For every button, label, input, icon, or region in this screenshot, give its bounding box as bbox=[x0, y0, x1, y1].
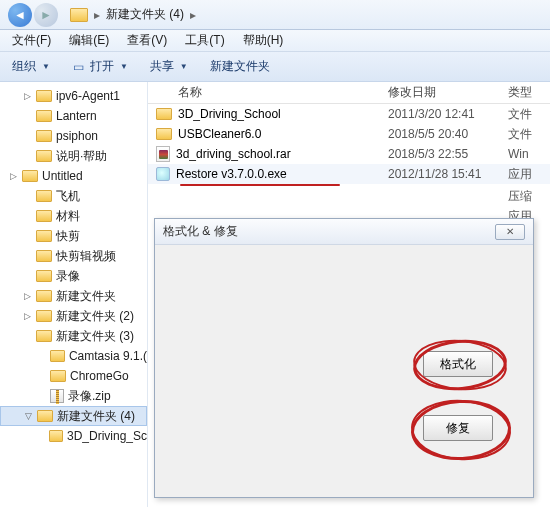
folder-icon bbox=[36, 110, 52, 122]
folder-icon bbox=[36, 190, 52, 202]
col-type[interactable]: 类型 bbox=[508, 84, 550, 101]
tree-item[interactable]: Camtasia 9.1.( bbox=[0, 346, 147, 366]
dialog-titlebar[interactable]: 格式化 & 修复 ✕ bbox=[155, 219, 533, 245]
folder-icon bbox=[37, 410, 53, 422]
rar-icon bbox=[156, 146, 170, 162]
exe-icon bbox=[156, 167, 170, 181]
tree-item[interactable]: 说明·帮助 bbox=[0, 146, 147, 166]
file-row: 压缩 bbox=[148, 186, 550, 206]
tree-item[interactable]: ▷ipv6-Agent1 bbox=[0, 86, 147, 106]
menu-file[interactable]: 文件(F) bbox=[4, 30, 59, 51]
file-row[interactable]: 3D_Driving_School2011/3/20 12:41文件 bbox=[148, 104, 550, 124]
tree-item[interactable]: psiphon bbox=[0, 126, 147, 146]
folder-icon bbox=[36, 330, 52, 342]
tree-item-label: psiphon bbox=[56, 129, 98, 143]
list-header[interactable]: 名称 修改日期 类型 bbox=[148, 82, 550, 104]
file-type: 文件 bbox=[508, 106, 550, 123]
col-date[interactable]: 修改日期 bbox=[388, 84, 508, 101]
folder-tree[interactable]: ▷ipv6-Agent1Lanternpsiphon说明·帮助▷Untitled… bbox=[0, 82, 148, 507]
tree-item[interactable]: ▽新建文件夹 (4) bbox=[0, 406, 147, 426]
folder-icon bbox=[36, 90, 52, 102]
toolbar-newfolder[interactable]: 新建文件夹 bbox=[206, 56, 274, 77]
breadcrumb-folder[interactable]: 新建文件夹 (4) bbox=[106, 6, 184, 23]
expand-icon[interactable]: ▷ bbox=[22, 291, 32, 301]
folder-icon bbox=[36, 250, 52, 262]
toolbar-open[interactable]: ▭ 打开▼ bbox=[68, 56, 132, 77]
expand-icon[interactable]: ▷ bbox=[22, 91, 32, 101]
dialog-close-button[interactable]: ✕ bbox=[495, 224, 525, 240]
folder-icon bbox=[70, 8, 88, 22]
file-date: 2018/5/3 22:55 bbox=[388, 147, 508, 161]
tree-item[interactable]: 新建文件夹 (3) bbox=[0, 326, 147, 346]
tree-item-label: 飞机 bbox=[56, 188, 80, 205]
toolbar-share[interactable]: 共享▼ bbox=[146, 56, 192, 77]
tree-item[interactable]: ▷新建文件夹 bbox=[0, 286, 147, 306]
tree-item[interactable]: 飞机 bbox=[0, 186, 147, 206]
tree-item[interactable]: Lantern bbox=[0, 106, 147, 126]
file-name: 3d_driving_school.rar bbox=[176, 147, 291, 161]
address-bar: ◄ ► ▸ 新建文件夹 (4) ▸ bbox=[0, 0, 550, 30]
tree-item[interactable]: ▷新建文件夹 (2) bbox=[0, 306, 147, 326]
annotation-circle bbox=[409, 397, 513, 464]
expand-icon[interactable]: ▷ bbox=[22, 311, 32, 321]
dialog-title: 格式化 & 修复 bbox=[163, 223, 238, 240]
tree-item-label: 说明·帮助 bbox=[56, 148, 107, 165]
file-type: 文件 bbox=[508, 126, 550, 143]
folder-icon bbox=[36, 310, 52, 322]
tree-item-label: Lantern bbox=[56, 109, 97, 123]
tree-item[interactable]: 材料 bbox=[0, 206, 147, 226]
tree-item-label: 新建文件夹 (2) bbox=[56, 308, 134, 325]
chevron-down-icon: ▼ bbox=[180, 62, 188, 71]
file-row[interactable]: Restore v3.7.0.0.exe2012/11/28 15:41应用 bbox=[148, 164, 550, 184]
menu-help[interactable]: 帮助(H) bbox=[235, 30, 292, 51]
nav-forward-button[interactable]: ► bbox=[34, 3, 58, 27]
file-name: Restore v3.7.0.0.exe bbox=[176, 167, 287, 181]
menu-tools[interactable]: 工具(T) bbox=[177, 30, 232, 51]
tree-item-label: Camtasia 9.1.( bbox=[69, 349, 147, 363]
tree-item-label: 快剪辑视频 bbox=[56, 248, 116, 265]
file-name: USBCleaner6.0 bbox=[178, 127, 261, 141]
tree-item-label: 材料 bbox=[56, 208, 80, 225]
file-row[interactable]: 3d_driving_school.rar2018/5/3 22:55Win bbox=[148, 144, 550, 164]
tree-item[interactable]: 录像 bbox=[0, 266, 147, 286]
menu-bar: 文件(F) 编辑(E) 查看(V) 工具(T) 帮助(H) bbox=[0, 30, 550, 52]
file-type: 压缩 bbox=[508, 188, 550, 205]
tree-item-label: 新建文件夹 (3) bbox=[56, 328, 134, 345]
col-name[interactable]: 名称 bbox=[148, 84, 388, 101]
menu-edit[interactable]: 编辑(E) bbox=[61, 30, 117, 51]
file-date: 2018/5/5 20:40 bbox=[388, 127, 508, 141]
tree-item[interactable]: ChromeGo bbox=[0, 366, 147, 386]
folder-icon bbox=[36, 150, 52, 162]
folder-icon bbox=[36, 270, 52, 282]
tree-item[interactable]: 快剪 bbox=[0, 226, 147, 246]
zip-icon bbox=[50, 389, 64, 403]
expand-icon[interactable]: ▽ bbox=[23, 411, 33, 421]
expand-icon[interactable]: ▷ bbox=[8, 171, 18, 181]
toolbar: 组织▼ ▭ 打开▼ 共享▼ 新建文件夹 bbox=[0, 52, 550, 82]
tree-item[interactable]: 快剪辑视频 bbox=[0, 246, 147, 266]
tree-item-label: 录像 bbox=[56, 268, 80, 285]
tree-item-label: ipv6-Agent1 bbox=[56, 89, 120, 103]
tree-item-label: 快剪 bbox=[56, 228, 80, 245]
tree-item[interactable]: 录像.zip bbox=[0, 386, 147, 406]
tree-item[interactable]: 3D_Driving_Sc bbox=[0, 426, 147, 446]
file-row[interactable]: USBCleaner6.02018/5/5 20:40文件 bbox=[148, 124, 550, 144]
folder-icon bbox=[36, 290, 52, 302]
tree-item[interactable]: ▷Untitled bbox=[0, 166, 147, 186]
folder-icon bbox=[156, 128, 172, 140]
tree-item-label: 新建文件夹 (4) bbox=[57, 408, 135, 425]
menu-view[interactable]: 查看(V) bbox=[119, 30, 175, 51]
toolbar-organize[interactable]: 组织▼ bbox=[8, 56, 54, 77]
breadcrumb[interactable]: ▸ 新建文件夹 (4) ▸ bbox=[94, 6, 196, 23]
folder-icon bbox=[50, 350, 65, 362]
folder-icon bbox=[156, 108, 172, 120]
folder-icon bbox=[36, 230, 52, 242]
folder-icon bbox=[22, 170, 38, 182]
tree-item-label: Untitled bbox=[42, 169, 83, 183]
chevron-down-icon: ▼ bbox=[42, 62, 50, 71]
tree-item-label: ChromeGo bbox=[70, 369, 129, 383]
nav-back-button[interactable]: ◄ bbox=[8, 3, 32, 27]
file-type: 应用 bbox=[508, 166, 550, 183]
chevron-down-icon: ▼ bbox=[120, 62, 128, 71]
folder-icon bbox=[50, 370, 66, 382]
